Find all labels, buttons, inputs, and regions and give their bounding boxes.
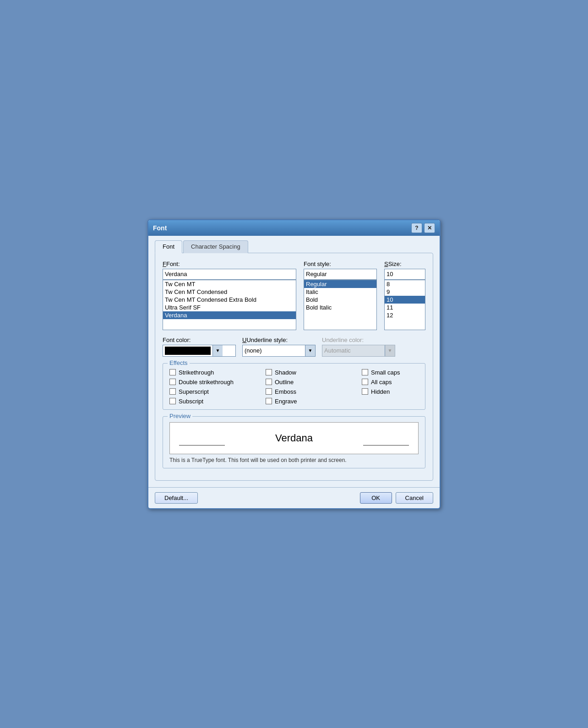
preview-title: Preview — [168, 413, 192, 419]
style-list-item[interactable]: Bold Italic — [304, 304, 376, 311]
size-list-item[interactable]: 10 — [385, 296, 425, 304]
dialog-body: Font Character Spacing FFont: Tw Cen MTT… — [148, 236, 440, 487]
effect-label: Emboss — [275, 388, 296, 395]
preview-line-right — [363, 445, 409, 445]
font-name-list[interactable]: Tw Cen MTTw Cen MT CondensedTw Cen MT Co… — [163, 280, 296, 330]
size-list-item[interactable]: 9 — [385, 288, 425, 296]
size-list-item[interactable]: 8 — [385, 280, 425, 288]
help-button[interactable]: ? — [411, 223, 422, 233]
underline-color-group: Underline color: Automatic ▼ — [322, 337, 395, 357]
tab-bar: Font Character Spacing — [155, 240, 433, 253]
preview-line-left — [179, 445, 225, 445]
bottom-right-buttons: OK Cancel — [360, 492, 433, 504]
font-color-arrow[interactable]: ▼ — [212, 345, 223, 356]
color-underline-row: Font color: ▼ UUnderline style: (none) ▼ — [163, 337, 425, 357]
underline-style-group: UUnderline style: (none) ▼ — [242, 337, 316, 357]
underline-style-arrow[interactable]: ▼ — [305, 345, 315, 356]
underline-style-label: UUnderline style: — [242, 337, 316, 343]
font-style-list[interactable]: RegularItalicBoldBold Italic — [304, 280, 377, 330]
effect-label: Shadow — [275, 369, 296, 376]
effect-checkbox-item[interactable]: Strikethrough — [169, 369, 261, 376]
effect-label: Outline — [275, 379, 294, 386]
font-dialog: Font ? ✕ Font Character Spacing FFont: — [147, 219, 441, 509]
checkbox-box — [266, 379, 272, 385]
effect-label: Superscript — [179, 388, 209, 395]
font-list-item[interactable]: Ultra Serif SF — [163, 304, 296, 311]
style-list-item[interactable]: Italic — [304, 288, 376, 296]
effect-checkbox-item[interactable]: Outline — [266, 379, 357, 386]
font-list-item[interactable]: Tw Cen MT — [163, 280, 296, 288]
font-name-input[interactable] — [163, 269, 296, 280]
tab-font[interactable]: Font — [155, 240, 182, 253]
effect-label: All caps — [371, 379, 392, 386]
underline-style-dropdown[interactable]: (none) ▼ — [242, 345, 316, 357]
checkbox-box — [169, 369, 176, 375]
font-color-label: Font color: — [163, 337, 236, 343]
effect-checkbox-item[interactable]: Shadow — [266, 369, 357, 376]
effect-checkbox-item[interactable]: Engrave — [266, 398, 357, 405]
title-bar-buttons: ? ✕ — [411, 223, 435, 233]
effect-label: Subscript — [179, 398, 203, 405]
effect-label: Engrave — [275, 398, 297, 405]
preview-info: This is a TrueType font. This font will … — [169, 457, 419, 463]
checkbox-box — [266, 398, 272, 404]
font-style-group: Font style: RegularItalicBoldBold Italic — [304, 261, 377, 330]
ok-button[interactable]: OK — [360, 492, 392, 504]
tab-content-font: FFont: Tw Cen MTTw Cen MT CondensedTw Ce… — [155, 253, 433, 481]
color-swatch — [165, 347, 211, 355]
underline-color-dropdown: Automatic ▼ — [322, 345, 395, 357]
checkbox-box — [362, 388, 368, 395]
size-list-item[interactable]: 12 — [385, 311, 425, 319]
effect-label: Small caps — [371, 369, 400, 376]
close-button[interactable]: ✕ — [424, 223, 435, 233]
font-size-group: SSize: 89101112 — [384, 261, 425, 330]
effect-checkbox-item[interactable]: Hidden — [362, 388, 444, 395]
effect-checkbox-item[interactable]: Double strikethrough — [169, 379, 261, 386]
preview-section: Preview Verdana This is a TrueType font.… — [163, 416, 425, 468]
checkbox-box — [362, 379, 368, 385]
checkbox-box — [266, 388, 272, 395]
underline-style-value: (none) — [243, 346, 305, 355]
font-name-label: FFont: — [163, 261, 296, 267]
font-style-input[interactable] — [304, 269, 377, 280]
checkbox-box — [169, 398, 176, 404]
tab-character-spacing[interactable]: Character Spacing — [183, 240, 248, 253]
effect-checkbox-item[interactable]: Emboss — [266, 388, 357, 395]
effects-section: Effects StrikethroughShadowSmall capsDou… — [163, 363, 425, 410]
effect-label: Strikethrough — [179, 369, 214, 376]
cancel-button[interactable]: Cancel — [396, 492, 433, 504]
style-list-item[interactable]: Regular — [304, 280, 376, 288]
font-list-item[interactable]: Tw Cen MT Condensed Extra Bold — [163, 296, 296, 304]
checkbox-box — [169, 379, 176, 385]
preview-text: Verdana — [275, 432, 313, 444]
font-color-dropdown[interactable]: ▼ — [163, 345, 236, 357]
checkbox-box — [169, 388, 176, 395]
effect-label: Double strikethrough — [179, 379, 234, 386]
font-list-item[interactable]: Tw Cen MT Condensed — [163, 288, 296, 296]
size-list-item[interactable]: 11 — [385, 304, 425, 311]
effects-title: Effects — [168, 359, 190, 366]
font-list-item[interactable]: Verdana — [163, 311, 296, 319]
font-fields-row: FFont: Tw Cen MTTw Cen MT CondensedTw Ce… — [163, 261, 425, 330]
bottom-buttons: Default... OK Cancel — [148, 487, 440, 508]
style-list-item[interactable]: Bold — [304, 296, 376, 304]
font-color-group: Font color: ▼ — [163, 337, 236, 357]
effect-label: Hidden — [371, 388, 390, 395]
font-style-label: Font style: — [304, 261, 377, 267]
effect-checkbox-item[interactable]: Superscript — [169, 388, 261, 395]
underline-color-value: Automatic — [322, 346, 385, 355]
checkbox-box — [266, 369, 272, 375]
underline-color-label: Underline color: — [322, 337, 395, 343]
effects-grid: StrikethroughShadowSmall capsDouble stri… — [169, 369, 419, 405]
default-button[interactable]: Default... — [155, 492, 198, 504]
font-size-list[interactable]: 89101112 — [384, 280, 425, 330]
effect-checkbox-item[interactable]: Small caps — [362, 369, 444, 376]
font-name-group: FFont: Tw Cen MTTw Cen MT CondensedTw Ce… — [163, 261, 296, 330]
effect-checkbox-item[interactable]: Subscript — [169, 398, 261, 405]
font-size-input[interactable] — [384, 269, 425, 280]
title-bar: Font ? ✕ — [148, 220, 440, 236]
checkbox-box — [362, 369, 368, 375]
preview-box: Verdana — [169, 422, 419, 454]
effect-checkbox-item[interactable]: All caps — [362, 379, 444, 386]
dialog-title: Font — [153, 224, 167, 232]
